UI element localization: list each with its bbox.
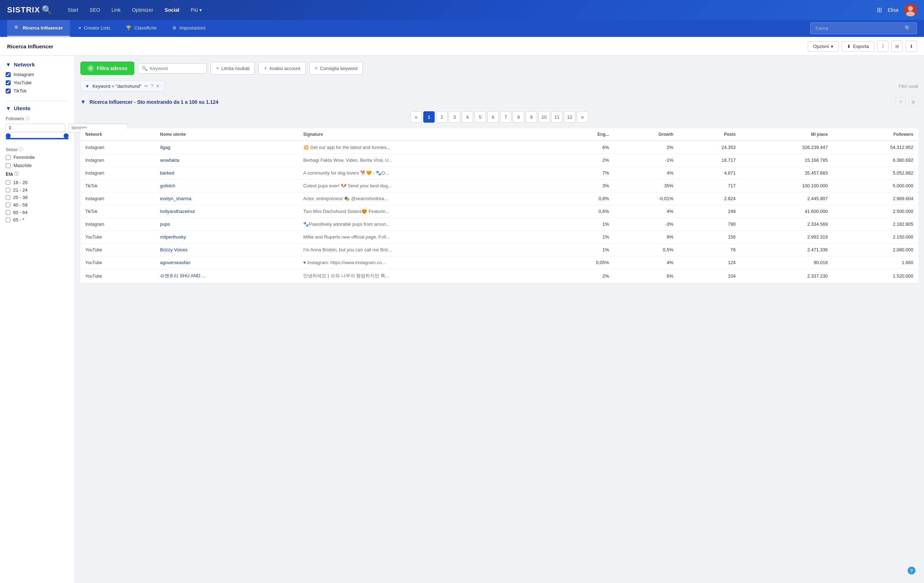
tab-creator-lists[interactable]: ≡ Creator Lists [71, 20, 117, 36]
cell-username[interactable]: milperthusky [155, 231, 298, 243]
eta-label: Età ⓘ [6, 171, 69, 177]
limita-risultati-button[interactable]: + Limita risultati [210, 62, 255, 75]
avatar[interactable] [904, 3, 917, 17]
page-3[interactable]: 3 [449, 111, 460, 123]
eta-25-39[interactable]: 25 - 39 [6, 195, 69, 200]
active-filters: ▼ Keyword = "dachshund" ✏ ? ✕ Filtri usa… [80, 81, 918, 91]
page-8[interactable]: 8 [513, 111, 524, 123]
esporta-button[interactable]: ⬇ Esporta [842, 41, 874, 51]
cell-eng: 1% [554, 218, 614, 231]
table-head: Network Nome utente Signature Eng... Gro… [80, 128, 918, 141]
page-2[interactable]: 2 [436, 111, 447, 123]
page-4[interactable]: 4 [462, 111, 473, 123]
cell-username[interactable]: evelyn_sharma [155, 192, 298, 205]
checkbox-femminile[interactable]: Femminile [6, 155, 69, 160]
logo-search-icon: 🔍 [41, 5, 52, 15]
cell-followers: 6.380.692 [833, 154, 918, 167]
cell-eng: 1% [554, 243, 614, 256]
tab-impostazioni[interactable]: ⚙ Impostazioni [165, 20, 213, 36]
filter-view-button[interactable]: ⬇ [906, 41, 917, 52]
nav-start[interactable]: Start [63, 5, 84, 15]
cell-mi-piace: 326.239.447 [741, 141, 833, 154]
tab-ricerca-influencer[interactable]: 🔍 Ricerca Influencer [7, 20, 70, 36]
table-help-icon[interactable]: ? [896, 97, 906, 107]
page-title: Ricerca Influencer [7, 43, 802, 50]
checkbox-tiktok[interactable]: TikTok [6, 88, 69, 94]
table-row: Instagram wowfakta Berbagi Fakta Wow, Vi… [80, 154, 918, 167]
grid-view-button[interactable]: ⊞ [891, 41, 903, 52]
page-12[interactable]: 12 [564, 111, 575, 123]
cell-posts: 4.871 [678, 167, 741, 180]
table-header-info: ▼ Ricerca Influencer - Sto mostrando da … [80, 97, 918, 107]
page-last[interactable]: » [577, 111, 588, 123]
cell-username[interactable]: 슈앤트리 SHU AND ... [155, 269, 298, 283]
edit-filter-icon[interactable]: ✏ [144, 83, 148, 89]
chevron-down-icon: ▾ [831, 44, 833, 49]
keyword-input[interactable] [150, 66, 203, 71]
table-row: Instagram pups 🐾Pawsitively adorable pup… [80, 218, 918, 231]
filter-view-icon: ⬇ [909, 44, 913, 49]
search-input[interactable] [816, 26, 902, 31]
cell-username[interactable]: wowfakta [155, 154, 298, 167]
nav-social[interactable]: Social [160, 5, 184, 15]
cell-eng: 7% [554, 167, 614, 180]
page-7[interactable]: 7 [500, 111, 512, 123]
pagination: « 1 2 3 4 5 6 7 8 9 10 11 12 » [80, 111, 918, 123]
page-11[interactable]: 11 [551, 111, 563, 123]
grid-icon[interactable]: ⊞ [877, 6, 882, 14]
cell-mi-piace: 35.457.883 [741, 167, 833, 180]
followers-min-input[interactable] [6, 124, 65, 132]
checkbox-maschile[interactable]: Maschile [6, 163, 69, 168]
help-filter-icon[interactable]: ? [151, 83, 153, 89]
nav-optimizer[interactable]: Optimizer [127, 5, 158, 15]
cell-growth: 6% [614, 269, 678, 283]
table-settings-icon[interactable]: ⚙ [908, 97, 918, 107]
main-content: + Filtra adesso 🔍 + Limita risultati + A… [74, 56, 924, 583]
eta-21-24[interactable]: 21 - 24 [6, 187, 69, 193]
checkbox-youtube[interactable]: YouTube [6, 80, 69, 85]
cell-username[interactable]: 9gag [155, 141, 298, 154]
slider-thumb-left[interactable] [6, 133, 11, 138]
tab-classifiche[interactable]: 🏆 Classifiche [119, 20, 164, 36]
cell-username[interactable]: hollyandhazelnut [155, 205, 298, 218]
logo-text: SISTRIX [7, 5, 40, 15]
cell-username[interactable]: Brizzy Voices [155, 243, 298, 256]
eta-65-plus[interactable]: 65 - * [6, 217, 69, 223]
cell-username[interactable]: pups [155, 218, 298, 231]
eta-40-59[interactable]: 40 - 59 [6, 202, 69, 208]
page-first[interactable]: « [411, 111, 422, 123]
nav-piu[interactable]: Più ▾ [186, 5, 207, 15]
page-5[interactable]: 5 [474, 111, 486, 123]
cell-eng: 0,05% [554, 256, 614, 269]
checkbox-instagram[interactable]: Instagram [6, 72, 69, 77]
analisi-account-button[interactable]: + Analisi account [258, 62, 305, 75]
opzioni-button[interactable]: Opzioni ▾ [808, 41, 839, 51]
remove-filter-icon[interactable]: ✕ [156, 83, 160, 89]
filter-now-button[interactable]: + Filtra adesso [80, 61, 134, 75]
share-button[interactable]: ⤴ [877, 41, 888, 52]
followers-slider[interactable] [6, 135, 69, 142]
page-1[interactable]: 1 [423, 111, 435, 123]
help-float-button[interactable]: ? [908, 566, 916, 575]
eta-18-20[interactable]: 18 - 20 [6, 180, 69, 185]
page-9[interactable]: 9 [526, 111, 537, 123]
cell-signature: 💥 Get our app for the latest and funnies… [298, 141, 554, 154]
logo[interactable]: SISTRIX 🔍 [7, 5, 52, 15]
cell-growth: 4% [614, 167, 678, 180]
cell-mi-piace: 100.100.000 [741, 180, 833, 192]
page-10[interactable]: 10 [538, 111, 550, 123]
nav-seo[interactable]: SEO [84, 5, 105, 15]
slider-thumb-right[interactable] [64, 133, 69, 138]
help-icon[interactable]: ? [908, 566, 916, 575]
cell-username[interactable]: agoverseasfan [155, 256, 298, 269]
cell-signature: Actor, entrepreneur 🎭 @seamsfordrea... [298, 192, 554, 205]
cell-username[interactable]: gofetch [155, 180, 298, 192]
grid-view-icon: ⊞ [895, 44, 899, 49]
col-eng: Eng... [554, 128, 614, 141]
eta-60-64[interactable]: 60 - 64 [6, 210, 69, 215]
consiglia-keyword-button[interactable]: + Consiglia keyword [309, 62, 363, 75]
search-small-icon: 🔍 [142, 66, 147, 71]
cell-username[interactable]: barked [155, 167, 298, 180]
nav-link[interactable]: Link [107, 5, 126, 15]
page-6[interactable]: 6 [487, 111, 498, 123]
